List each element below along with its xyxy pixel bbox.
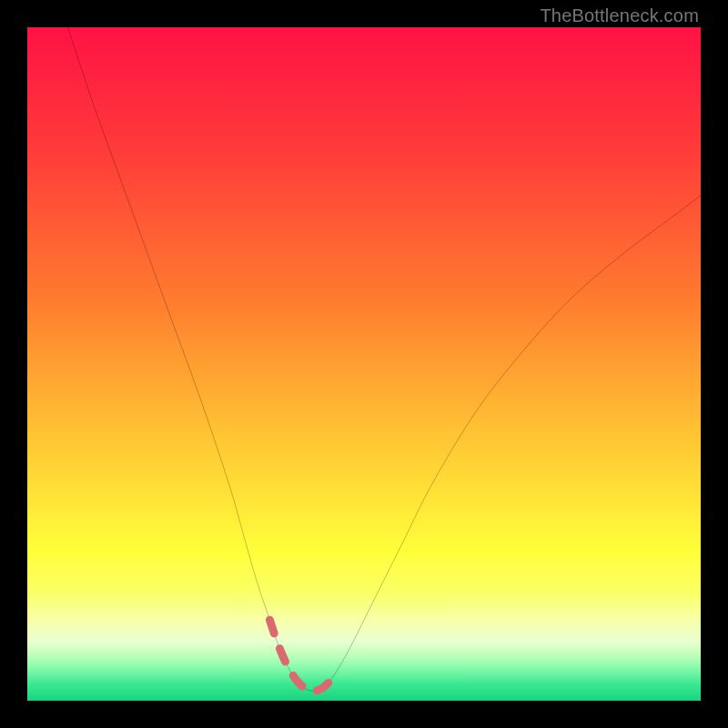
attribution-text: TheBottleneck.com (540, 5, 699, 26)
outer-frame: TheBottleneck.com (0, 0, 728, 728)
plot-area (27, 27, 701, 701)
gradient-background (27, 27, 701, 701)
chart-svg (27, 27, 701, 701)
